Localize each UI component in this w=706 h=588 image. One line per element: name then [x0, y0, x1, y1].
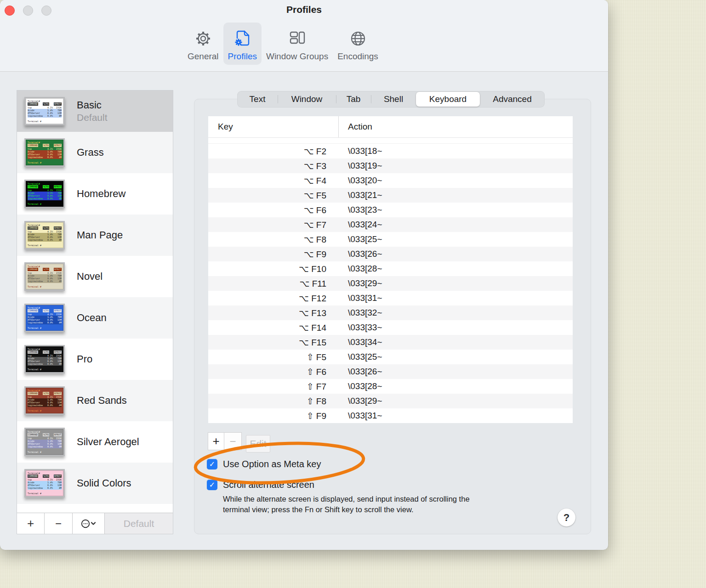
key-cell: ⇧ F9	[208, 411, 339, 421]
profile-thumbnail: Terminal# COMMAND%CPURPRVT top4.1%231K X…	[24, 428, 65, 456]
key-cell: ⇧ F6	[208, 367, 339, 377]
toolbar-item-encodings[interactable]: Encodings	[333, 23, 383, 65]
profile-name: Ocean	[77, 312, 107, 324]
key-cell: ⌥ F10	[208, 264, 339, 274]
toolbar-item-profiles[interactable]: Profiles	[223, 23, 262, 65]
action-cell: \033[25~	[339, 234, 382, 244]
profile-list-item[interactable]: Terminal# COMMAND%CPURPRVT top4.1%231K X…	[17, 463, 173, 504]
action-cell: \033[31~	[339, 411, 382, 421]
profile-list-item[interactable]: Terminal# COMMAND%CPURPRVT top4.1%231K X…	[17, 380, 173, 421]
toolbar-item-general[interactable]: General	[183, 23, 223, 65]
profile-thumbnail: Terminal# COMMAND%CPURPRVT top4.1%231K X…	[24, 469, 65, 498]
settings-tab[interactable]: Advanced	[480, 91, 545, 107]
key-mapping-row[interactable]: ⌥ F14 \033[33~	[208, 320, 573, 335]
action-cell: \033[24~	[339, 220, 382, 230]
key-mapping-row[interactable]: ⌥ F12 \033[31~	[208, 291, 573, 305]
checkmark-icon: ✓	[209, 481, 215, 489]
profile-list-item[interactable]: Terminal# COMMAND%CPURPRVT top4.1%231K X…	[17, 256, 173, 297]
action-cell: \033[28~	[339, 381, 382, 391]
key-mapping-row[interactable]: ⌥ F9 \033[26~	[208, 247, 573, 261]
key-cell: ⌥ F7	[208, 220, 339, 230]
profile-name: Red Sands	[77, 395, 127, 407]
profile-list-item[interactable]: Terminal# COMMAND%CPURPRVT top4.1%231K X…	[17, 215, 173, 256]
key-mapping-row[interactable]: ⌥ F11 \033[29~	[208, 276, 573, 291]
option-meta-key-row: ✓ Use Option as Meta key	[207, 459, 321, 469]
toolbar-label-general: General	[188, 51, 219, 62]
profile-list-footer: + − Default	[17, 513, 173, 534]
key-mapping-row[interactable]: ⇧ F6 \033[26~	[208, 364, 573, 379]
key-mapping-row[interactable]: ⇧ F9 \033[31~	[208, 408, 573, 423]
profile-name: Pro	[77, 353, 92, 365]
key-mapping-row[interactable]: ⌥ F4 \033[20~	[208, 173, 573, 188]
window-title: Profiles	[0, 4, 608, 15]
toolbar-label-encodings: Encodings	[337, 51, 378, 62]
profile-name: Silver Aerogel	[77, 436, 139, 448]
settings-tab[interactable]: Keyboard	[416, 92, 480, 107]
profile-thumbnail: Terminal# COMMAND%CPURPRVT top4.1%231K X…	[24, 262, 65, 291]
key-cell: ⌥ F9	[208, 249, 339, 260]
profile-settings-tabs: Text Window Tab Shell Keyboard Advanced	[237, 91, 545, 107]
key-cell: ⌥ F4	[208, 175, 339, 186]
action-cell: \033[31~	[339, 293, 382, 303]
key-mapping-row[interactable]: ⇧ F5 \033[25~	[208, 350, 573, 364]
key-mapping-row[interactable]: ⌥ F5 \033[21~	[208, 188, 573, 203]
profile-name: Man Page	[77, 229, 123, 241]
key-cell: ⌥ F8	[208, 234, 339, 245]
add-key-mapping-button[interactable]: +	[208, 432, 224, 450]
key-mapping-row[interactable]: ⌥ F8 \033[25~	[208, 232, 573, 247]
action-cell: \033[29~	[339, 396, 382, 406]
settings-tab-label: Advanced	[493, 94, 532, 104]
use-option-as-meta-key-checkbox[interactable]: ✓	[207, 459, 217, 469]
profile-list-item[interactable]: Terminal# COMMAND%CPURPRVT top4.1%231K X…	[17, 339, 173, 380]
remove-key-mapping-button[interactable]: −	[224, 432, 242, 450]
titlebar: Profiles	[0, 0, 608, 72]
key-mapping-row[interactable]: ⌥ F13 \033[32~	[208, 305, 573, 320]
help-question-mark: ?	[564, 512, 569, 524]
checkmark-icon: ✓	[209, 461, 215, 468]
action-cell: \033[33~	[339, 322, 382, 333]
action-cell: \033[32~	[339, 308, 382, 318]
set-default-button[interactable]: Default	[105, 513, 173, 534]
key-mapping-row[interactable]: ⌥ F10 \033[28~	[208, 261, 573, 276]
key-mapping-row[interactable]: ⌥ F6 \033[23~	[208, 203, 573, 217]
profile-list-item[interactable]: Terminal# COMMAND%CPURPRVT top4.1%231K X…	[17, 297, 173, 339]
key-mapping-row[interactable]: ⌥ F3 \033[19~	[208, 158, 573, 173]
help-button[interactable]: ?	[558, 509, 575, 526]
profile-name: Basic	[77, 99, 108, 111]
key-cell: ⇧ F7	[208, 381, 339, 392]
profile-list-item[interactable]: Terminal# COMMAND%CPURPRVT top4.1%231K X…	[17, 132, 173, 173]
key-mapping-row[interactable]: ⇧ F7 \033[28~	[208, 379, 573, 394]
profile-list-item[interactable]: Terminal# COMMAND%CPURPRVT top4.1%231K X…	[17, 421, 173, 463]
profile-list: Terminal# COMMAND%CPURPRVT top4.1%231K X…	[17, 90, 173, 513]
use-option-as-meta-key-label[interactable]: Use Option as Meta key	[223, 459, 321, 469]
toolbar-label-profiles: Profiles	[228, 51, 257, 62]
profile-actions-menu-button[interactable]	[73, 513, 105, 534]
profile-thumbnail: Terminal# COMMAND%CPURPRVT top4.1%231K X…	[24, 304, 65, 332]
profile-list-item[interactable]: Terminal# COMMAND%CPURPRVT top4.1%231K X…	[17, 90, 173, 132]
key-mapping-row[interactable]: ⇧ F8 \033[29~	[208, 394, 573, 408]
edit-key-mapping-button[interactable]: Edit	[246, 435, 270, 452]
add-profile-button[interactable]: +	[17, 513, 45, 534]
settings-tab[interactable]: Window	[278, 91, 336, 107]
window-groups-icon	[288, 28, 307, 49]
settings-tab-label: Shell	[384, 94, 403, 104]
key-mapping-rows: ⌥ F2 \033[18~ ⌥ F3 \033[19~ ⌥ F4 \033[20…	[208, 144, 573, 423]
key-mapping-row[interactable]: ⌥ F15 \033[34~	[208, 335, 573, 350]
key-cell: ⌥ F11	[208, 278, 339, 289]
column-header-action: Action	[339, 122, 372, 132]
scroll-alternate-screen-label[interactable]: Scroll alternate screen	[223, 480, 314, 490]
scroll-alternate-screen-checkbox[interactable]: ✓	[207, 480, 217, 490]
settings-tab[interactable]: Text	[237, 91, 278, 107]
settings-tab[interactable]: Tab	[336, 91, 371, 107]
toolbar-item-window-groups[interactable]: Window Groups	[262, 23, 333, 65]
profile-thumbnail: Terminal# COMMAND%CPURPRVT top4.1%231K X…	[24, 345, 65, 373]
action-cell: \033[29~	[339, 278, 382, 288]
action-cell: \033[18~	[339, 146, 382, 156]
remove-profile-button[interactable]: −	[45, 513, 73, 534]
key-cell: ⇧ F5	[208, 352, 339, 362]
profile-list-item[interactable]: Terminal# COMMAND%CPURPRVT top4.1%231K X…	[17, 173, 173, 215]
settings-tab[interactable]: Shell	[371, 91, 416, 107]
key-mapping-row[interactable]: ⌥ F2 \033[18~	[208, 144, 573, 158]
key-mapping-row[interactable]: ⌥ F7 \033[24~	[208, 217, 573, 232]
action-cell: \033[20~	[339, 175, 382, 186]
